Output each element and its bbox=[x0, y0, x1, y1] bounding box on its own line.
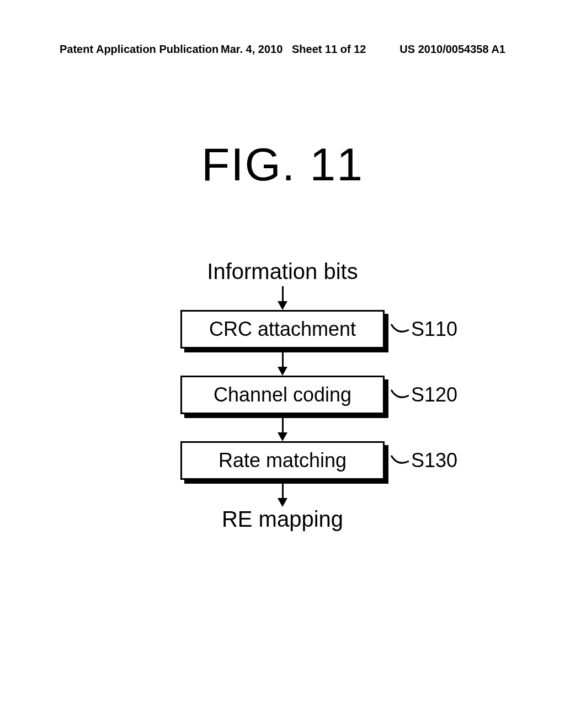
header-pubnum: US 2010/0054358 A1 bbox=[399, 43, 505, 56]
header-date-sheet: Mar. 4, 2010 Sheet 11 of 12 bbox=[221, 43, 366, 56]
step-tag-text: S120 bbox=[411, 383, 457, 406]
connector-curve-icon bbox=[390, 453, 410, 468]
header-sheet: Sheet 11 of 12 bbox=[292, 43, 366, 55]
arrow-icon bbox=[278, 417, 287, 441]
header-date: Mar. 4, 2010 bbox=[221, 43, 282, 55]
flow-step: Channel coding S120 bbox=[180, 376, 385, 414]
figure-title: FIG. 11 bbox=[0, 138, 565, 191]
step-box-channel-coding: Channel coding bbox=[180, 376, 385, 414]
arrow-icon bbox=[278, 352, 287, 376]
step-tag: S120 bbox=[390, 383, 457, 406]
step-tag-text: S130 bbox=[411, 449, 457, 472]
step-tag: S130 bbox=[390, 449, 457, 472]
step-box-rate-matching: Rate matching bbox=[180, 441, 385, 480]
step-box-crc: CRC attachment bbox=[180, 310, 385, 349]
step-tag: S110 bbox=[390, 318, 457, 341]
step-tag-text: S110 bbox=[411, 318, 457, 341]
flow-step: CRC attachment S110 bbox=[180, 310, 385, 349]
arrow-icon bbox=[278, 483, 287, 507]
flow-step: Rate matching S130 bbox=[180, 441, 385, 480]
flow-output-label: RE mapping bbox=[222, 507, 343, 532]
flowchart: Information bits CRC attachment S110 Cha… bbox=[0, 259, 565, 534]
connector-curve-icon bbox=[390, 322, 410, 336]
flow-input-label: Information bits bbox=[207, 259, 358, 284]
header-publication: Patent Application Publication bbox=[60, 43, 218, 56]
connector-curve-icon bbox=[390, 388, 410, 402]
arrow-icon bbox=[278, 286, 287, 310]
